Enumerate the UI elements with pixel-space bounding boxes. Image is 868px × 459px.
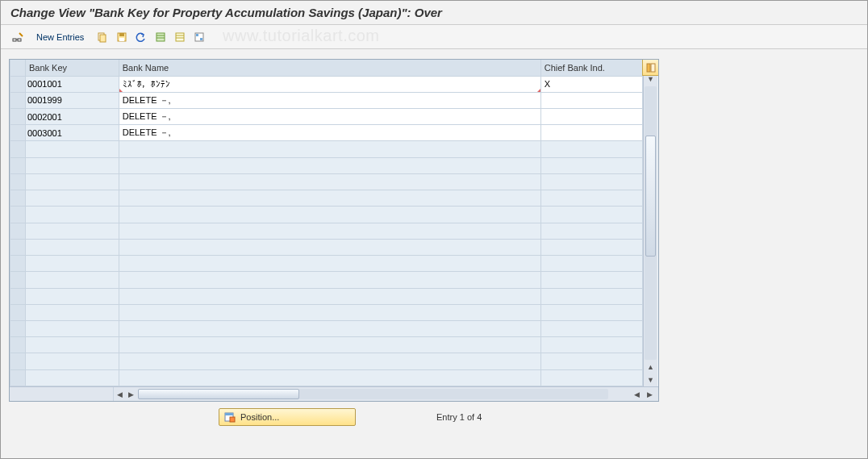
row-selector[interactable] xyxy=(10,157,26,173)
row-selector[interactable] xyxy=(10,239,26,255)
toggle-edit-button[interactable] xyxy=(9,29,27,45)
cell-bankname xyxy=(119,337,540,353)
bankname-input[interactable] xyxy=(121,77,539,91)
vertical-scrollbar[interactable]: ▲ ▼ ▲ ▼ xyxy=(643,60,657,386)
copy-button[interactable] xyxy=(94,29,111,45)
cell-bankkey xyxy=(25,272,119,288)
svg-rect-8 xyxy=(119,38,124,41)
table-row: 0001001 xyxy=(10,76,643,92)
svg-line-3 xyxy=(19,33,23,36)
cell-chief xyxy=(540,288,642,304)
row-selector[interactable] xyxy=(10,304,26,320)
row-selector[interactable] xyxy=(10,272,26,288)
row-selector[interactable] xyxy=(10,353,26,369)
row-selector[interactable] xyxy=(10,125,26,141)
table-row xyxy=(10,157,643,173)
table-row xyxy=(10,207,643,223)
scroll-thumb[interactable] xyxy=(645,136,656,257)
save-button[interactable] xyxy=(113,29,131,45)
cell-chief[interactable] xyxy=(540,125,642,141)
bankname-input[interactable] xyxy=(121,126,539,140)
delimit-icon xyxy=(194,31,205,43)
deselect-all-icon xyxy=(174,31,186,43)
hscroll-right-icon[interactable]: ▶ xyxy=(125,387,136,401)
cell-bankkey xyxy=(25,304,119,320)
cell-chief[interactable] xyxy=(540,92,642,108)
svg-rect-22 xyxy=(230,417,235,422)
cell-bankname[interactable] xyxy=(119,108,540,124)
cell-bankkey xyxy=(25,173,119,190)
delimit-button[interactable] xyxy=(190,29,208,45)
row-selector[interactable] xyxy=(10,141,26,157)
undo-button[interactable] xyxy=(132,29,150,45)
table-row xyxy=(10,173,643,190)
svg-rect-0 xyxy=(13,39,16,41)
cell-bankname xyxy=(119,223,540,239)
row-selector[interactable] xyxy=(10,76,26,92)
scroll-up2-icon[interactable]: ▲ xyxy=(644,361,657,373)
bankname-input[interactable] xyxy=(121,93,539,107)
chief-input[interactable] xyxy=(543,93,641,107)
table-settings-button[interactable] xyxy=(642,60,658,76)
cell-chief xyxy=(540,157,642,173)
data-table: Bank Key Bank Name Chief Bank Ind. 00010… xyxy=(10,60,643,386)
cell-bankname[interactable] xyxy=(119,76,540,92)
cell-bankname[interactable] xyxy=(119,92,540,108)
save-icon xyxy=(116,31,127,43)
bankname-input[interactable] xyxy=(121,110,539,124)
cell-bankkey xyxy=(25,353,119,369)
hscroll-left2-icon[interactable]: ◀ xyxy=(631,390,642,398)
hscroll-right2-icon[interactable]: ▶ xyxy=(644,390,655,398)
scroll-down2-icon[interactable]: ▼ xyxy=(644,373,657,386)
chief-input[interactable] xyxy=(543,126,641,140)
hscroll-track[interactable] xyxy=(138,389,608,399)
table-settings-icon xyxy=(645,62,657,73)
row-selector[interactable] xyxy=(10,321,26,337)
cell-chief xyxy=(540,353,642,369)
row-selector[interactable] xyxy=(10,369,26,386)
cell-chief xyxy=(540,321,642,337)
cell-bankkey xyxy=(25,190,119,207)
row-selector[interactable] xyxy=(10,288,26,304)
row-selector[interactable] xyxy=(10,173,26,190)
hscroll-left-icon[interactable]: ◀ xyxy=(114,387,125,401)
svg-rect-9 xyxy=(156,33,165,41)
row-selector[interactable] xyxy=(10,108,26,124)
title-bar: Change View "Bank Key for Property Accum… xyxy=(1,1,867,25)
chief-input[interactable] xyxy=(543,110,641,124)
new-entries-button[interactable]: New Entries xyxy=(31,31,89,44)
col-selector[interactable] xyxy=(10,60,26,76)
cell-chief xyxy=(540,256,642,272)
cell-bankkey xyxy=(25,369,119,386)
col-header-chief[interactable]: Chief Bank Ind. xyxy=(540,60,642,76)
table-container: Bank Key Bank Name Chief Bank Ind. 00010… xyxy=(9,59,659,402)
cell-bankkey xyxy=(25,207,119,223)
row-selector[interactable] xyxy=(10,92,26,108)
table-row: 0003001 xyxy=(10,125,643,141)
row-selector[interactable] xyxy=(10,190,26,207)
chief-input[interactable] xyxy=(543,77,641,91)
cell-bankkey: 0002001 xyxy=(25,108,119,124)
deselect-all-button[interactable] xyxy=(171,29,189,45)
cell-chief[interactable] xyxy=(540,76,642,92)
scroll-track[interactable] xyxy=(645,86,657,360)
row-selector[interactable] xyxy=(10,337,26,353)
row-selector[interactable] xyxy=(10,256,26,272)
table-row xyxy=(10,256,643,272)
cell-bankname xyxy=(119,288,540,304)
cell-chief[interactable] xyxy=(540,108,642,124)
svg-rect-12 xyxy=(176,33,184,41)
row-selector[interactable] xyxy=(10,207,26,223)
col-header-bankkey[interactable]: Bank Key xyxy=(25,60,119,76)
svg-rect-17 xyxy=(200,38,202,40)
table-row xyxy=(10,288,643,304)
hscroll-thumb[interactable] xyxy=(138,389,299,399)
row-selector[interactable] xyxy=(10,223,26,239)
position-button[interactable]: Position... xyxy=(219,408,356,426)
select-all-button[interactable] xyxy=(152,29,169,45)
col-header-bankname[interactable]: Bank Name xyxy=(119,60,540,76)
cell-bankname xyxy=(119,272,540,288)
horizontal-scrollbar[interactable]: ◀ ▶ ◀ ▶ xyxy=(10,386,658,401)
undo-icon xyxy=(136,31,147,43)
cell-bankname[interactable] xyxy=(119,125,540,141)
